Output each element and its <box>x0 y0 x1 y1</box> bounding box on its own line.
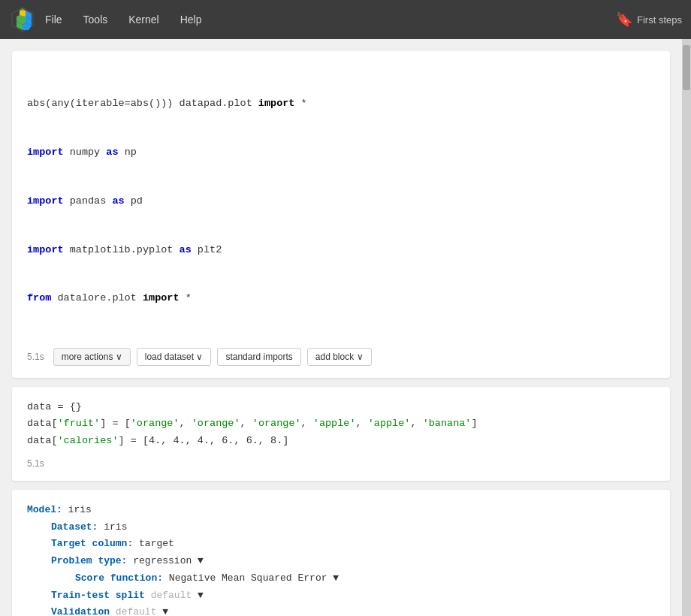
menu-tools[interactable]: Tools <box>74 9 117 30</box>
scrollbar[interactable] <box>682 39 691 616</box>
cell1-time: 5.1s <box>27 352 44 362</box>
more-actions-button[interactable]: more actions ∨ <box>53 348 131 366</box>
load-dataset-button[interactable]: load dataset ∨ <box>137 348 212 366</box>
navbar-right: 🔖 First steps <box>616 11 682 28</box>
data-cell: data = {} data['fruit'] = ['orange', 'or… <box>12 387 670 481</box>
data-line-3: data['calories'] = [4., 4., 4., 6., 6., … <box>27 433 655 449</box>
menu-file[interactable]: File <box>36 9 71 30</box>
menu-kernel[interactable]: Kernel <box>119 9 167 30</box>
imports-code: abs(any(iterable=abs())) datapad.plot im… <box>27 63 655 339</box>
standard-imports-button[interactable]: standard imports <box>217 348 300 366</box>
data-line-1: data = {} <box>27 399 655 415</box>
code-line-4: import matplotlib.pyplot as plt2 <box>27 242 655 258</box>
add-block-button[interactable]: add block ∨ <box>307 348 372 366</box>
code-line-2: import numpy as np <box>27 144 655 161</box>
code-line-1: abs(any(iterable=abs())) datapad.plot im… <box>27 95 655 112</box>
model-problem-line: Problem type: regression ▼ <box>27 553 655 570</box>
app-logo <box>9 6 36 33</box>
model-dataset-line: Dataset: iris <box>27 519 655 536</box>
model-cell: Model: iris Dataset: iris Target column:… <box>12 490 670 616</box>
first-steps-text: First steps <box>637 14 682 26</box>
main-area: abs(any(iterable=abs())) datapad.plot im… <box>0 39 691 616</box>
navbar-menu: File Tools Kernel Help <box>36 9 616 30</box>
code-line-5: from datalore.plot import * <box>27 290 655 306</box>
model-title-line: Model: iris <box>27 502 655 519</box>
imports-cell: abs(any(iterable=abs())) datapad.plot im… <box>12 51 670 378</box>
model-traintest-line: Train-test split default ▼ <box>27 587 655 605</box>
cell1-toolbar: 5.1s more actions ∨ load dataset ∨ stand… <box>27 348 655 366</box>
cell2-toolbar: 5.1s <box>27 458 655 469</box>
cell2-time: 5.1s <box>27 458 44 469</box>
code-line-3: import pandas as pd <box>27 193 655 210</box>
model-target-line: Target column: target <box>27 536 655 553</box>
model-block: Model: iris Dataset: iris Target column:… <box>27 502 655 616</box>
model-score-line: Score function: Negative Mean Squared Er… <box>27 570 655 587</box>
model-validation-line: Validation default ▼ <box>27 604 655 616</box>
content-area: abs(any(iterable=abs())) datapad.plot im… <box>0 39 682 616</box>
data-line-2: data['fruit'] = ['orange', 'orange', 'or… <box>27 415 655 432</box>
navbar: File Tools Kernel Help 🔖 First steps <box>0 0 691 39</box>
menu-help[interactable]: Help <box>171 9 211 30</box>
scrollbar-thumb[interactable] <box>683 45 690 90</box>
